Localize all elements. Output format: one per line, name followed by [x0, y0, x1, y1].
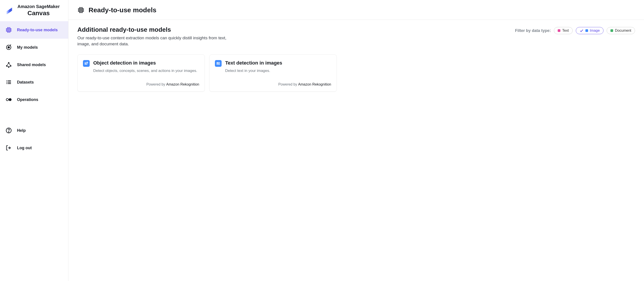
page-header: Ready-to-use models: [68, 0, 644, 20]
svg-marker-2: [10, 7, 12, 12]
brand-line2: Canvas: [14, 9, 64, 17]
main: Ready-to-use models Additional ready-to-…: [68, 0, 644, 281]
svg-rect-39: [80, 9, 82, 11]
target-icon: [5, 44, 12, 51]
provider-name: Amazon Rekognition: [298, 82, 331, 86]
section-title: Additional ready-to-use models: [77, 26, 230, 33]
check-icon: [580, 28, 584, 33]
swatch-icon: [558, 29, 560, 32]
logout-icon: [5, 145, 12, 151]
powered-by-prefix: Powered by: [278, 82, 298, 86]
svg-point-33: [6, 98, 8, 101]
image-search-icon: [83, 60, 90, 67]
brand-text: Amazon SageMaker Canvas: [14, 4, 64, 17]
filter-label: Filter by data type:: [515, 28, 551, 33]
svg-line-23: [7, 63, 9, 66]
svg-point-18: [8, 46, 10, 48]
svg-rect-3: [7, 28, 10, 32]
sidebar-item-label: Operations: [17, 97, 38, 102]
card-footer: Powered by Amazon Rekognition: [83, 82, 199, 86]
chip-icon: [5, 26, 12, 33]
svg-line-55: [88, 63, 88, 63]
sidebar-item-datasets[interactable]: Datasets: [0, 73, 68, 91]
swatch-icon: [586, 29, 588, 32]
card-footer: Powered by Amazon Rekognition: [215, 82, 331, 86]
swatch-icon: [610, 29, 613, 32]
page-title: Ready-to-use models: [88, 6, 156, 14]
sidebar-item-logout[interactable]: Log out: [0, 139, 68, 157]
card-desc: Detect text in your images.: [225, 68, 331, 73]
filter-chip-text[interactable]: Text: [554, 27, 572, 34]
canvas-logo-icon: [5, 6, 14, 14]
list-icon: [5, 79, 12, 86]
cards-row: Object detection in images Detect object…: [77, 54, 635, 92]
card-top: Object detection in images Detect object…: [83, 60, 199, 73]
filters: Filter by data type: Text Image Document: [515, 27, 635, 34]
card-body: Object detection in images Detect object…: [93, 60, 199, 73]
provider-name: Amazon Rekognition: [166, 82, 199, 86]
section-head-left: Additional ready-to-use models Our ready…: [77, 26, 230, 47]
sidebar-item-label: Datasets: [17, 80, 34, 85]
svg-line-24: [9, 63, 11, 66]
sidebar-item-ready-to-use[interactable]: Ready-to-use models: [0, 21, 68, 39]
svg-point-36: [8, 132, 9, 132]
svg-point-34: [9, 98, 12, 101]
operations-icon: [5, 96, 12, 103]
section-desc: Our ready-to-use content extraction mode…: [77, 35, 230, 47]
filter-chip-label: Document: [615, 28, 631, 33]
brand: Amazon SageMaker Canvas: [0, 4, 68, 21]
network-icon: [5, 61, 12, 68]
image-text-icon: [215, 60, 222, 67]
brand-line1: Amazon SageMaker: [14, 4, 64, 9]
powered-by-prefix: Powered by: [146, 82, 166, 86]
model-card-text-detection[interactable]: Text detection in images Detect text in …: [209, 54, 337, 92]
filter-chip-label: Text: [562, 28, 569, 33]
sidebar-item-my-models[interactable]: My models: [0, 39, 68, 56]
help-icon: [5, 127, 12, 134]
svg-rect-57: [217, 63, 218, 63]
svg-rect-4: [8, 29, 10, 31]
nav: Ready-to-use models My models Shared mod…: [0, 21, 68, 157]
filter-chip-image[interactable]: Image: [576, 27, 604, 34]
filter-chip-label: Image: [590, 28, 600, 33]
card-title: Object detection in images: [93, 60, 199, 66]
sidebar: Amazon SageMaker Canvas Ready-to-use mod…: [0, 0, 68, 281]
sidebar-item-operations[interactable]: Operations: [0, 91, 68, 108]
sidebar-item-label: Shared models: [17, 62, 46, 67]
sidebar-item-label: Ready-to-use models: [17, 28, 58, 32]
section-head: Additional ready-to-use models Our ready…: [77, 26, 635, 47]
sidebar-item-label: My models: [17, 45, 38, 50]
model-card-object-detection[interactable]: Object detection in images Detect object…: [77, 54, 205, 92]
sidebar-item-label: Log out: [17, 146, 32, 150]
card-body: Text detection in images Detect text in …: [225, 60, 331, 73]
nav-spacer: [0, 108, 68, 122]
sidebar-item-label: Help: [17, 128, 26, 133]
chip-icon: [77, 6, 84, 14]
sidebar-item-shared-models[interactable]: Shared models: [0, 56, 68, 73]
sidebar-item-help[interactable]: Help: [0, 122, 68, 139]
card-title: Text detection in images: [225, 60, 331, 66]
content: Additional ready-to-use models Our ready…: [68, 20, 644, 98]
svg-rect-38: [79, 8, 83, 12]
filter-chip-document[interactable]: Document: [607, 27, 635, 34]
card-top: Text detection in images Detect text in …: [215, 60, 331, 73]
card-desc: Detect objects, concepts, scenes, and ac…: [93, 68, 199, 73]
